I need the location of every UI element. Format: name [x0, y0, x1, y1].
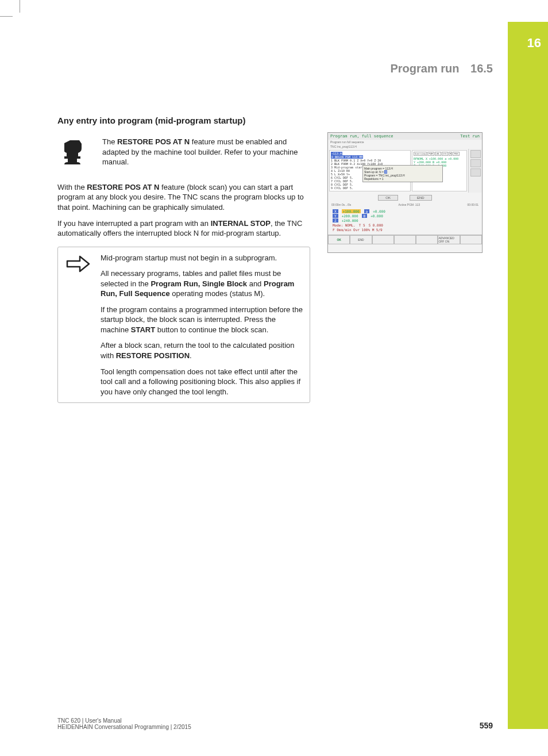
axis-x: X	[333, 209, 338, 213]
internal-stop: INTERNAL STOP	[211, 219, 271, 228]
thumb-s: S 0.000	[369, 223, 383, 227]
machine-icon	[57, 137, 92, 164]
thumb-softkey-end: END	[350, 235, 372, 244]
thumb-active-pgm: Active PGM: 113	[399, 203, 420, 206]
note-p4: After a block scan, return the tool to t…	[101, 340, 303, 360]
thumb-status-tabs: Overview PGM LBL CYC M POS	[414, 152, 465, 156]
thumb-coords: X+100.000a+0.000 Y+200.000B+0.000 Z+240.…	[329, 208, 481, 233]
thumb-code-line: 9 CYCL DEF 5.	[331, 186, 353, 190]
thumb-mid-buttons: OK END	[328, 193, 482, 203]
thumb-softkey	[394, 235, 416, 244]
thumb-side-buttons	[468, 149, 482, 193]
thumb-popup: Main program = 113.H Start-up at: N = 0 …	[362, 165, 443, 182]
text: With the	[57, 183, 87, 191]
chapter-tab: 16	[508, 22, 548, 729]
start-button: START	[131, 325, 155, 334]
thumb-softkeys: OK END ADVANCED OFF ON	[328, 235, 482, 244]
note-box: Mid-program startup must not begin in a …	[57, 247, 310, 404]
axis-y: Y	[333, 214, 338, 218]
thumb-title-left: Program run, full sequence	[330, 134, 393, 139]
thumb-tab: PGM	[427, 152, 434, 156]
thumb-tab: POS	[453, 152, 459, 156]
thumb-file: TNC:\nc_prog\113.H	[328, 144, 482, 149]
thumb-side-btn	[470, 150, 481, 158]
note-p2: All necessary programs, tables and palle…	[101, 268, 303, 299]
thumb-softkey	[416, 235, 438, 244]
text: operating modes (status M).	[170, 289, 265, 298]
section-title: Any entry into program (mid-program star…	[57, 115, 310, 126]
text: The	[102, 137, 117, 146]
note-p1: Mid-program startup must not begin in a …	[101, 253, 303, 263]
text: button to continue the block scan.	[155, 325, 268, 334]
thumb-ok-btn: OK	[378, 195, 398, 201]
axis-y-val: +200.000	[342, 214, 358, 218]
thumb-popup-line: Repetitions = 1	[364, 177, 441, 181]
thumb-titlebar: Program run, full sequence Test run	[328, 133, 482, 140]
thumb-tab: M	[449, 152, 452, 156]
page-footer: TNC 620 | User's Manual HEIDENHAIN Conve…	[57, 717, 493, 730]
page-number: 559	[480, 721, 493, 730]
arrow-right-icon	[64, 253, 92, 273]
main-content: Any entry into program (mid-program star…	[57, 115, 310, 403]
thumb-timer: 00:00m 0s.../0s	[331, 203, 351, 206]
thumb-mode: Mode: NOML.	[333, 223, 356, 227]
axis-a: a	[364, 209, 370, 213]
thumb-softkey	[460, 235, 482, 244]
paragraph: With the RESTORE POS AT N feature (block…	[57, 182, 310, 213]
chapter-number: 16	[527, 36, 541, 51]
thumb-side-btn	[470, 159, 481, 167]
axis-x-val: +100.000	[342, 209, 361, 213]
axis-z: Z	[333, 218, 338, 222]
paragraph: If you have interrupted a part program w…	[57, 218, 310, 239]
axis-z-val: +240.000	[342, 218, 358, 222]
thumb-tab: CYC	[442, 152, 448, 156]
thumb-timer: 00:00:01	[468, 203, 478, 206]
text: and	[247, 279, 264, 288]
thumb-title-right: Test run	[460, 134, 480, 139]
restore-pos-at-n: RESTORE POS AT N	[87, 183, 159, 191]
restore-pos-at-n: RESTORE POS AT N	[117, 137, 190, 146]
thumb-softkey-ok: OK	[328, 235, 350, 244]
axis-b-val: +0.000	[371, 214, 383, 218]
note-p3: If the program contains a programmed int…	[101, 305, 303, 335]
thumb-subtitle: Program run full sequence	[328, 140, 482, 144]
thumb-tool: T 5	[359, 223, 365, 227]
text: If you have interrupted a part program w…	[57, 219, 211, 228]
machine-info-text: The RESTORE POS AT N feature must be ena…	[102, 137, 310, 173]
note-text: Mid-program startup must not begin in a …	[101, 253, 303, 397]
axis-b: B	[362, 214, 368, 218]
running-head: Program run 16.5	[390, 62, 493, 75]
running-head-section: 16.5	[470, 62, 493, 75]
machine-info-box: The RESTORE POS AT N feature must be ena…	[57, 137, 310, 173]
crop-marks	[0, 0, 29, 29]
running-head-title: Program run	[390, 62, 459, 75]
thumb-tab: LBL	[435, 152, 441, 156]
thumb-softkey-advanced: ADVANCED OFF ON	[438, 235, 460, 244]
thumb-ovr: F 0mm/min Ovr 100% M 5/9	[333, 228, 477, 232]
footer-left: TNC 620 | User's Manual HEIDENHAIN Conve…	[57, 717, 191, 730]
thumb-softkey	[372, 235, 394, 244]
note-p5: Tool length compensation does not take e…	[101, 367, 303, 397]
axis-a-val: +0.000	[373, 209, 385, 213]
thumb-tab: Overview	[414, 152, 427, 156]
screenshot-thumbnail: Program run, full sequence Test run Prog…	[327, 132, 483, 253]
restore-position: RESTORE POSITION	[116, 351, 190, 360]
text: .	[190, 351, 192, 360]
mode-single-block: Program Run, Single Block	[150, 279, 247, 288]
thumb-side-btn	[470, 168, 481, 176]
footer-line1: TNC 620 | User's Manual	[57, 717, 191, 724]
thumb-end-btn: END	[410, 195, 432, 201]
footer-line2: HEIDENHAIN Conversational Programming | …	[57, 724, 191, 730]
